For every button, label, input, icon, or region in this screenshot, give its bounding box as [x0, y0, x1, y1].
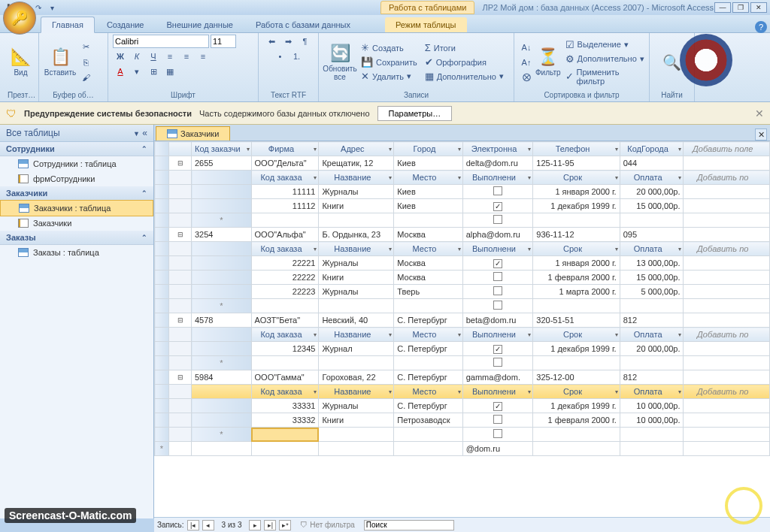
cut-icon[interactable]: ✂ — [78, 41, 93, 54]
font-name-combo[interactable] — [113, 35, 209, 48]
fill-color-icon[interactable]: ▾ — [129, 65, 144, 78]
checkbox[interactable] — [493, 358, 502, 367]
datasheet-grid[interactable]: Код заказчи▾Фирма▾Адрес▾Город▾Электронна… — [154, 141, 770, 456]
navpane-group-header[interactable]: Заказчики⌃ — [0, 186, 153, 201]
column-header[interactable]: Место▾ — [394, 242, 462, 256]
column-header[interactable]: Оплата▾ — [620, 171, 684, 185]
align-right-icon[interactable]: ≡ — [196, 50, 211, 63]
copy-icon[interactable]: ⎘ — [78, 56, 93, 69]
column-header[interactable]: Название▾ — [319, 328, 394, 342]
nav-prev-icon[interactable]: ◂ — [202, 520, 214, 530]
column-header[interactable]: Срок▾ — [533, 242, 620, 256]
column-header[interactable]: Выполнени▾ — [462, 242, 533, 256]
column-header[interactable]: Место▾ — [394, 328, 462, 342]
checkbox[interactable] — [493, 272, 502, 281]
checkbox[interactable] — [493, 186, 502, 195]
sort-asc-icon[interactable]: A↓ — [519, 41, 534, 54]
column-header[interactable]: Выполнени▾ — [462, 171, 533, 185]
clear-sort-icon[interactable]: ⨂ — [519, 71, 534, 84]
nav-last-icon[interactable]: ▸| — [264, 520, 276, 530]
record-search-input[interactable] — [364, 520, 454, 530]
checkbox[interactable]: ✓ — [493, 345, 502, 354]
save-record-button[interactable]: 💾Сохранить — [358, 56, 420, 68]
doc-tab-zakazchiki[interactable]: Заказчики — [156, 126, 230, 141]
table-row[interactable]: ⊟2655ООО"Дельта"Крещатик, 12Киевdelta@do… — [155, 156, 770, 171]
column-header[interactable]: Срок▾ — [533, 328, 620, 342]
table-row[interactable]: 22223ЖурналыТверь1 марта 2000 г.5 000,00… — [155, 285, 770, 299]
column-header[interactable]: Добавить по — [684, 328, 770, 342]
navpane-header[interactable]: Все таблицы ▼ « — [0, 125, 153, 142]
more-button[interactable]: ▦Дополнительно ▾ — [422, 70, 507, 83]
font-color-icon[interactable]: A — [113, 65, 128, 78]
tab-datasheet[interactable]: Режим таблицы — [385, 17, 467, 32]
checkbox[interactable]: ✓ — [493, 202, 502, 211]
sort-desc-icon[interactable]: A↑ — [519, 56, 534, 69]
column-header[interactable]: Добавить по — [684, 171, 770, 185]
column-header[interactable]: Название▾ — [319, 242, 394, 256]
column-header[interactable]: Срок▾ — [533, 171, 620, 185]
font-size-combo[interactable] — [211, 35, 236, 48]
advanced-filter-button[interactable]: ⚙Дополнительно ▾ — [562, 53, 647, 65]
close-button[interactable]: ✕ — [750, 2, 767, 13]
checkbox[interactable] — [493, 301, 502, 310]
chevron-down-icon[interactable]: ▼ — [133, 130, 140, 138]
collapse-icon[interactable]: ⊟ — [169, 156, 192, 171]
column-header[interactable]: Название▾ — [319, 385, 394, 399]
column-header[interactable]: Добавить по — [684, 385, 770, 399]
column-header[interactable]: Добавить по — [684, 242, 770, 256]
checkbox[interactable] — [493, 429, 502, 438]
column-header[interactable]: Фирма▾ — [251, 142, 319, 156]
tab-home[interactable]: Главная — [41, 17, 95, 33]
column-header[interactable]: Код заказа▾ — [251, 328, 319, 342]
navpane-item[interactable]: Заказчики — [0, 216, 153, 231]
nav-new-icon[interactable]: ▸* — [279, 520, 291, 530]
gridlines-icon[interactable]: ⊞ — [146, 65, 161, 78]
filter-button[interactable]: ⏳Фильтр — [535, 38, 561, 87]
altrow-icon[interactable]: ▦ — [162, 65, 177, 78]
column-header[interactable]: Телефон▾ — [533, 142, 620, 156]
italic-button[interactable]: К — [129, 50, 144, 63]
bullets-icon[interactable]: • — [273, 50, 288, 63]
column-header[interactable]: Оплата▾ — [620, 328, 684, 342]
collapse-icon[interactable]: ⊟ — [169, 370, 192, 385]
column-header[interactable]: Оплата▾ — [620, 385, 684, 399]
indent-inc-icon[interactable]: ➡ — [281, 35, 296, 48]
nav-next-icon[interactable]: ▸ — [249, 520, 261, 530]
navpane-item[interactable]: Заказы : таблица — [0, 245, 153, 260]
column-header[interactable]: Код заказа▾ — [251, 385, 319, 399]
help-icon[interactable]: ? — [755, 21, 767, 33]
tab-external[interactable]: Внешние данные — [156, 17, 244, 32]
table-row[interactable]: 11112КнигиКиев✓1 декабря 1999 г.15 000,0… — [155, 199, 770, 213]
checkbox[interactable] — [493, 286, 502, 295]
find-icon[interactable]: 🔍 — [662, 53, 681, 71]
align-center-icon[interactable]: ≡ — [179, 50, 194, 63]
column-header[interactable]: Код заказа▾ — [251, 242, 319, 256]
new-record-button[interactable]: ✳Создать — [358, 41, 420, 54]
checkbox[interactable] — [493, 215, 502, 224]
column-header[interactable]: Срок▾ — [533, 385, 620, 399]
bold-button[interactable]: Ж — [113, 50, 128, 63]
view-button[interactable]: 📐Вид — [8, 38, 34, 87]
collapse-icon[interactable]: ⌃ — [141, 189, 147, 197]
table-row[interactable]: 33332КнигиПетрозаводск1 февраля 2000 г.1… — [155, 413, 770, 428]
column-header[interactable]: Код заказа▾ — [251, 171, 319, 185]
column-header[interactable]: КодГорода▾ — [620, 142, 684, 156]
column-header[interactable]: Выполнени▾ — [462, 385, 533, 399]
office-button[interactable]: 🔑 — [3, 2, 36, 35]
refresh-button[interactable]: 🔄Обновить все — [323, 38, 356, 87]
rtl-icon[interactable]: ¶ — [298, 35, 313, 48]
table-row[interactable]: 33331ЖурналыС. Петербург✓1 декабря 1999 … — [155, 399, 770, 413]
security-close-icon[interactable]: ✕ — [755, 107, 764, 119]
column-header[interactable]: Выполнени▾ — [462, 328, 533, 342]
table-row[interactable]: 11111ЖурналыКиев1 января 2000 г.20 000,0… — [155, 185, 770, 199]
table-row[interactable]: ⊟4578АОЗТ"Бета"Невский, 40С. Петербургbe… — [155, 313, 770, 328]
paste-button[interactable]: 📋Вставить — [44, 38, 77, 87]
table-row[interactable]: ⊟3254ООО"Альфа"Б. Ордынка, 23Москваalpha… — [155, 228, 770, 242]
minimize-button[interactable]: — — [714, 2, 731, 13]
security-options-button[interactable]: Параметры… — [377, 106, 453, 121]
collapse-icon[interactable]: ⊟ — [169, 228, 192, 242]
indent-dec-icon[interactable]: ⬅ — [265, 35, 280, 48]
underline-button[interactable]: Ч — [146, 50, 161, 63]
column-header[interactable]: Электронна▾ — [462, 142, 533, 156]
column-header[interactable]: Название▾ — [319, 171, 394, 185]
